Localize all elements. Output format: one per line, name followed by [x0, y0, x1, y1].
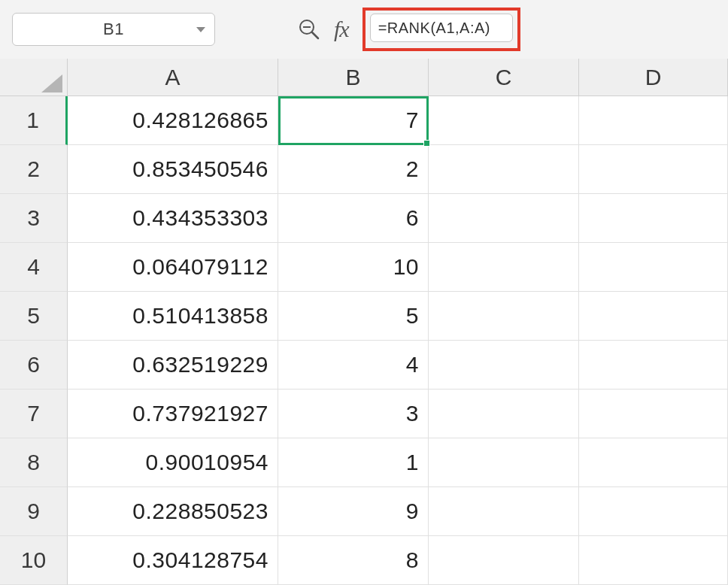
- col-header-B[interactable]: B: [278, 59, 429, 96]
- fx-label: fx: [334, 17, 349, 42]
- row-header-9[interactable]: 9: [0, 487, 68, 536]
- grid-row: 3 0.434353303 6: [0, 194, 728, 243]
- grid-row: 2 0.853450546 2: [0, 145, 728, 194]
- grid-rows: 1 0.428126865 7 2 0.853450546 2 3 0.4343…: [0, 96, 728, 585]
- select-all-corner[interactable]: [0, 59, 68, 96]
- col-header-A[interactable]: A: [68, 59, 278, 96]
- cell-D9[interactable]: [579, 487, 728, 536]
- zoom-out-icon[interactable]: [298, 18, 320, 41]
- formula-bar-input[interactable]: [370, 14, 513, 42]
- cell-B10[interactable]: 8: [278, 536, 429, 585]
- cell-A2[interactable]: 0.853450546: [68, 145, 278, 194]
- grid-row: 1 0.428126865 7: [0, 96, 728, 145]
- row-header-4[interactable]: 4: [0, 243, 68, 292]
- row-header-8[interactable]: 8: [0, 438, 68, 487]
- spreadsheet-grid: A B C D 1 0.428126865 7 2 0.853450546 2 …: [0, 59, 728, 585]
- cell-C3[interactable]: [429, 194, 579, 243]
- cell-D1[interactable]: [579, 96, 728, 145]
- cell-B1[interactable]: 7: [278, 96, 429, 145]
- cell-D3[interactable]: [579, 194, 728, 243]
- cell-D2[interactable]: [579, 145, 728, 194]
- cell-D7[interactable]: [579, 389, 728, 438]
- cell-C4[interactable]: [429, 243, 579, 292]
- row-header-3[interactable]: 3: [0, 194, 68, 243]
- cell-B6[interactable]: 4: [278, 341, 429, 389]
- row-header-2[interactable]: 2: [0, 145, 68, 194]
- formula-highlight-box: [362, 8, 520, 51]
- cell-C7[interactable]: [429, 389, 579, 438]
- cell-D6[interactable]: [579, 341, 728, 389]
- grid-row: 6 0.632519229 4: [0, 341, 728, 389]
- cell-A4[interactable]: 0.064079112: [68, 243, 278, 292]
- cell-B2[interactable]: 2: [278, 145, 429, 194]
- cell-D8[interactable]: [579, 438, 728, 487]
- cell-A8[interactable]: 0.90010954: [68, 438, 278, 487]
- svg-line-1: [312, 32, 318, 38]
- cell-A5[interactable]: 0.510413858: [68, 292, 278, 341]
- cell-B5[interactable]: 5: [278, 292, 429, 341]
- grid-row: 5 0.510413858 5: [0, 292, 728, 341]
- cell-D4[interactable]: [579, 243, 728, 292]
- cell-A10[interactable]: 0.304128754: [68, 536, 278, 585]
- row-header-10[interactable]: 10: [0, 536, 68, 585]
- cell-B3[interactable]: 6: [278, 194, 429, 243]
- cell-C9[interactable]: [429, 487, 579, 536]
- cell-B7[interactable]: 3: [278, 389, 429, 438]
- cell-C1[interactable]: [429, 96, 579, 145]
- cell-D5[interactable]: [579, 292, 728, 341]
- name-box-value: B1: [103, 20, 124, 39]
- cell-C2[interactable]: [429, 145, 579, 194]
- row-header-1[interactable]: 1: [0, 96, 68, 145]
- name-box-dropdown-icon[interactable]: [196, 27, 205, 32]
- cell-C10[interactable]: [429, 536, 579, 585]
- cell-C8[interactable]: [429, 438, 579, 487]
- grid-row: 9 0.228850523 9: [0, 487, 728, 536]
- cell-B4[interactable]: 10: [278, 243, 429, 292]
- row-header-7[interactable]: 7: [0, 389, 68, 438]
- grid-row: 4 0.064079112 10: [0, 243, 728, 292]
- grid-row: 7 0.737921927 3: [0, 389, 728, 438]
- row-header-6[interactable]: 6: [0, 341, 68, 389]
- cell-B9[interactable]: 9: [278, 487, 429, 536]
- col-header-C[interactable]: C: [429, 59, 579, 96]
- cell-A3[interactable]: 0.434353303: [68, 194, 278, 243]
- row-header-5[interactable]: 5: [0, 292, 68, 341]
- cell-C5[interactable]: [429, 292, 579, 341]
- grid-row: 8 0.90010954 1: [0, 438, 728, 487]
- grid-row: 10 0.304128754 8: [0, 536, 728, 585]
- cell-D10[interactable]: [579, 536, 728, 585]
- cell-A7[interactable]: 0.737921927: [68, 389, 278, 438]
- col-header-D[interactable]: D: [579, 59, 728, 96]
- cell-A9[interactable]: 0.228850523: [68, 487, 278, 536]
- cell-A1[interactable]: 0.428126865: [68, 96, 278, 145]
- cell-B8[interactable]: 1: [278, 438, 429, 487]
- cell-A6[interactable]: 0.632519229: [68, 341, 278, 389]
- name-box[interactable]: B1: [12, 13, 215, 46]
- formula-toolbar: B1 fx: [0, 0, 728, 59]
- cell-C6[interactable]: [429, 341, 579, 389]
- column-headers: A B C D: [0, 59, 728, 96]
